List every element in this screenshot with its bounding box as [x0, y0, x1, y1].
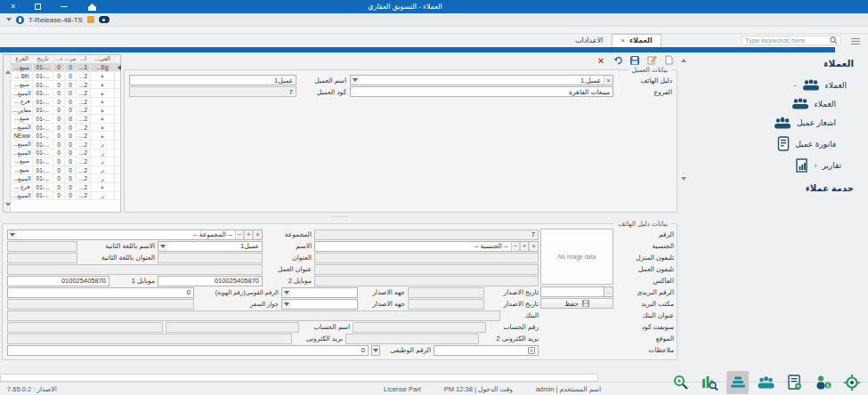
window-maximize-icon[interactable] [35, 4, 41, 10]
grid-row[interactable]: ة2...00...-01فرع ... [11, 183, 120, 192]
name-combo[interactable]: عميل1 [158, 241, 263, 252]
address-field[interactable] [158, 253, 263, 263]
grid-column-header[interactable]: د... [53, 55, 64, 63]
work-phone-field[interactable] [314, 264, 539, 275]
client-name-field[interactable]: عميل1 [129, 75, 296, 85]
grid-row[interactable]: ر2...00...-01مبيع... [11, 157, 120, 166]
grid-row[interactable]: ر2...00...-01المبيع... [11, 174, 120, 183]
customers-hub-icon[interactable] [755, 371, 777, 394]
grid-row[interactable]: ر2...00...-01مبيع... [11, 166, 120, 175]
account-no-field[interactable] [353, 322, 486, 333]
app-menu-caret-icon[interactable] [6, 18, 12, 24]
grid-row[interactable]: ة2...00...-01المبيع... [11, 124, 120, 133]
account-name-field[interactable] [166, 322, 299, 333]
email-field[interactable] [7, 334, 292, 344]
passport-field[interactable] [7, 299, 194, 310]
collapsed-panel-strip[interactable] [0, 374, 598, 382]
expand-indicator[interactable]: ‹ [814, 161, 816, 170]
grid-row[interactable]: ة2...00...-01NEww [11, 132, 120, 141]
email2-field[interactable] [345, 334, 479, 344]
notes-field[interactable]: A [434, 345, 539, 356]
mobile2-field[interactable]: 010025405870 [158, 276, 263, 286]
hamburger-menu-icon[interactable] [851, 38, 860, 46]
grid-column-header[interactable]: الفرع [11, 55, 32, 63]
issue-date-field[interactable] [408, 287, 484, 298]
grid-scrollbar[interactable] [4, 55, 11, 212]
grid-row[interactable]: ة2...00...-01المبيع... [11, 89, 120, 98]
chevron-up-icon[interactable] [681, 56, 686, 62]
grid-row[interactable]: ة2...00...-01مبيع... [11, 115, 120, 124]
sidebar-item-customers[interactable]: العملاء [691, 94, 859, 113]
add-button[interactable]: + [520, 242, 529, 251]
advanced-search-icon[interactable] [669, 371, 692, 394]
sidebar-footer-customer-service[interactable]: خدمة عملاء [691, 176, 859, 193]
nationality-combo[interactable]: × + − -- الجنسية -- [314, 241, 539, 252]
photo-path-field[interactable] [540, 286, 604, 297]
address2-field[interactable] [7, 253, 77, 263]
scroll-up-icon[interactable] [5, 68, 11, 74]
sidebar-item-customer-invoice[interactable]: فاتورة عميل [691, 133, 859, 155]
client-code-field[interactable]: 7 [129, 86, 296, 97]
branches-field[interactable]: مبيعات القاهرة [350, 86, 613, 97]
sidebar-item-customers-group[interactable]: العملاء - [691, 76, 859, 94]
chevron-down-icon[interactable] [681, 177, 686, 183]
sidebar-item-reports[interactable]: تقارير ‹ [691, 155, 859, 176]
issuer2-combo[interactable] [281, 299, 358, 310]
grid-column-header[interactable]: القي... [90, 55, 114, 63]
clear-button[interactable]: × [529, 242, 538, 251]
grid-row[interactable]: Eg...1...00...-01مبيع... [11, 64, 120, 73]
phone-directory-combo[interactable]: × عميل,1 [350, 75, 613, 85]
sidebar-item-customer-notice[interactable]: اشعار عميل [691, 113, 859, 133]
bank-field[interactable] [7, 310, 500, 321]
name2-field[interactable] [7, 241, 77, 252]
save-button[interactable] [629, 55, 640, 65]
grid-column-header[interactable]: تاريخ [32, 55, 53, 63]
browse-button[interactable]: … [604, 286, 613, 297]
issuer-combo[interactable] [281, 287, 358, 298]
audit-browser-icon[interactable] [698, 371, 720, 394]
issue-date2-field[interactable] [408, 299, 484, 310]
workflow-levels-icon[interactable] [726, 371, 749, 394]
tools-settings-icon[interactable] [840, 371, 863, 394]
payroll-person-icon[interactable]: $ [812, 371, 834, 394]
tab-settings[interactable]: الاعدادات [566, 34, 612, 47]
home-phone-field[interactable] [314, 253, 539, 263]
job-no-dropdown-button[interactable] [371, 345, 380, 356]
undo-button[interactable] [612, 55, 623, 65]
dropdown-button[interactable] [158, 242, 167, 251]
add-button[interactable]: + [244, 230, 253, 239]
remove-button[interactable]: − [511, 242, 520, 251]
scroll-down-icon[interactable] [5, 203, 11, 209]
fax-field[interactable] [314, 276, 539, 286]
grid-row[interactable]: ة2...00...-01فرع ... [11, 98, 120, 107]
search-input[interactable]: Type keywords here [742, 36, 841, 45]
save-photo-button[interactable]: حفظ [540, 298, 613, 309]
new-record-button[interactable] [663, 55, 674, 65]
dropdown-button[interactable] [282, 300, 291, 309]
grid-row[interactable]: ة2...00...-01مبيع... [11, 81, 120, 90]
clear-button[interactable]: × [253, 230, 262, 239]
grid-row[interactable]: ر2...00...-01المبيع... [11, 149, 120, 158]
number-field[interactable]: 7 [314, 230, 539, 240]
edit-record-button[interactable] [646, 55, 657, 65]
grid-row[interactable]: ر2...00...-01المبيع... [11, 192, 120, 201]
grid-row[interactable]: ر2...00...-01المبيع... [11, 141, 120, 149]
grid-column-header[interactable]: مر... [64, 55, 76, 63]
tab-close-icon[interactable]: × [621, 36, 625, 44]
grid-column-header[interactable]: ا... [76, 55, 90, 63]
notifications-icon[interactable] [87, 16, 94, 23]
work-address-field[interactable] [7, 264, 263, 275]
window-close-icon[interactable]: × [11, 3, 15, 11]
delete-button[interactable]: × [596, 55, 606, 65]
dropdown-button[interactable] [282, 288, 291, 297]
extra-field[interactable] [7, 322, 163, 333]
messages-icon[interactable] [99, 16, 110, 23]
grid-row[interactable]: ة2...00...-016th ... [11, 72, 120, 81]
splitter-handle[interactable]: ····· [2, 213, 677, 220]
remove-button[interactable]: − [235, 230, 244, 239]
home-icon[interactable] [87, 3, 97, 12]
grid-row[interactable]: ة2...00...-01معاين... [11, 107, 120, 116]
dropdown-button[interactable] [8, 230, 17, 239]
group-combo[interactable]: × + − -- المجموعة -- [7, 230, 263, 240]
text-format-icon[interactable]: A [528, 347, 535, 354]
